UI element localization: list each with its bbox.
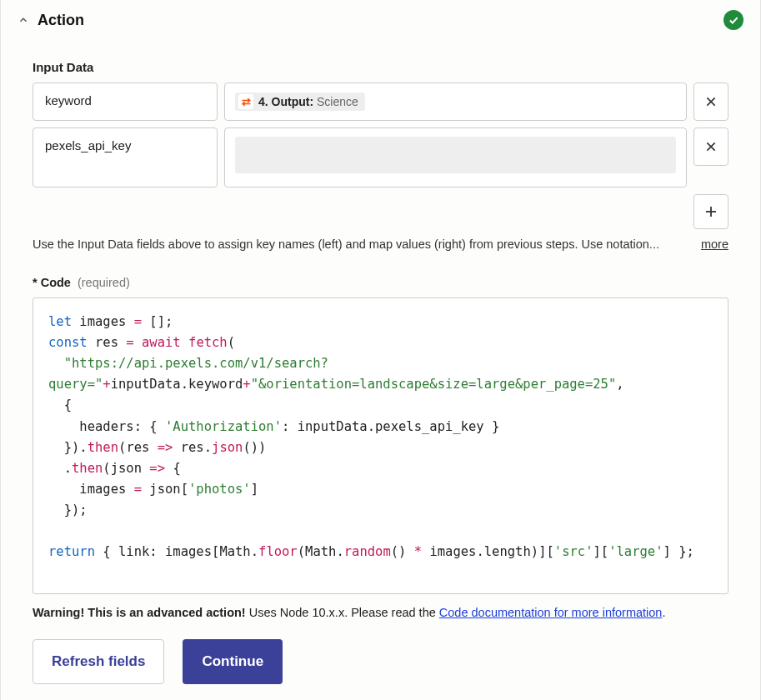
input-key-text: pexels_api_key xyxy=(45,138,131,152)
refresh-fields-button[interactable]: Refresh fields xyxy=(33,639,164,684)
warning-tail: . xyxy=(662,606,665,619)
more-link[interactable]: more xyxy=(701,238,728,251)
input-key-field[interactable]: keyword xyxy=(33,82,218,121)
warning-body: Uses Node 10.x.x. Please read the xyxy=(246,606,439,619)
action-content: Input Data keyword ⇄ 4. Output: Science xyxy=(1,37,760,692)
add-row-container xyxy=(33,194,728,229)
helper-text: Use the Input Data fields above to assig… xyxy=(33,238,684,251)
input-key-text: keyword xyxy=(45,93,92,108)
delete-row-button[interactable] xyxy=(693,82,728,121)
action-panel: Action Input Data keyword ⇄ 4. Output: S… xyxy=(0,0,761,700)
chevron-up-icon xyxy=(18,14,29,26)
input-data-label: Input Data xyxy=(33,60,728,74)
continue-button[interactable]: Continue xyxy=(183,639,283,684)
value-chip[interactable]: ⇄ 4. Output: Science xyxy=(235,92,365,111)
delete-row-button[interactable] xyxy=(693,128,728,166)
helper-row: Use the Input Data fields above to assig… xyxy=(33,238,728,251)
warning-text: Warning! This is an advanced action! Use… xyxy=(33,606,728,619)
code-label: * Code (required) xyxy=(33,276,728,289)
add-row-button[interactable] xyxy=(693,194,728,229)
section-header[interactable]: Action xyxy=(1,0,760,37)
masked-value xyxy=(235,137,676,173)
input-data-row: keyword ⇄ 4. Output: Science xyxy=(33,82,728,121)
chip-step: 4. Output: xyxy=(258,95,313,108)
zapier-icon: ⇄ xyxy=(238,94,253,109)
input-value-field[interactable] xyxy=(224,128,687,188)
input-key-field[interactable]: pexels_api_key xyxy=(33,128,218,188)
section-title: Action xyxy=(38,12,723,29)
code-label-suffix: (required) xyxy=(78,276,130,289)
code-docs-link[interactable]: Code documentation for more information xyxy=(439,606,663,619)
code-editor[interactable]: let images = []; const res = await fetch… xyxy=(33,298,728,594)
button-row: Refresh fields Continue xyxy=(33,639,728,684)
status-success-icon xyxy=(723,10,743,30)
warning-bold: Warning! This is an advanced action! xyxy=(33,606,246,619)
input-value-field[interactable]: ⇄ 4. Output: Science xyxy=(224,82,687,121)
input-data-row: pexels_api_key xyxy=(33,128,728,188)
code-label-prefix: * Code xyxy=(33,276,71,289)
code-content: let images = []; const res = await fetch… xyxy=(48,312,713,562)
